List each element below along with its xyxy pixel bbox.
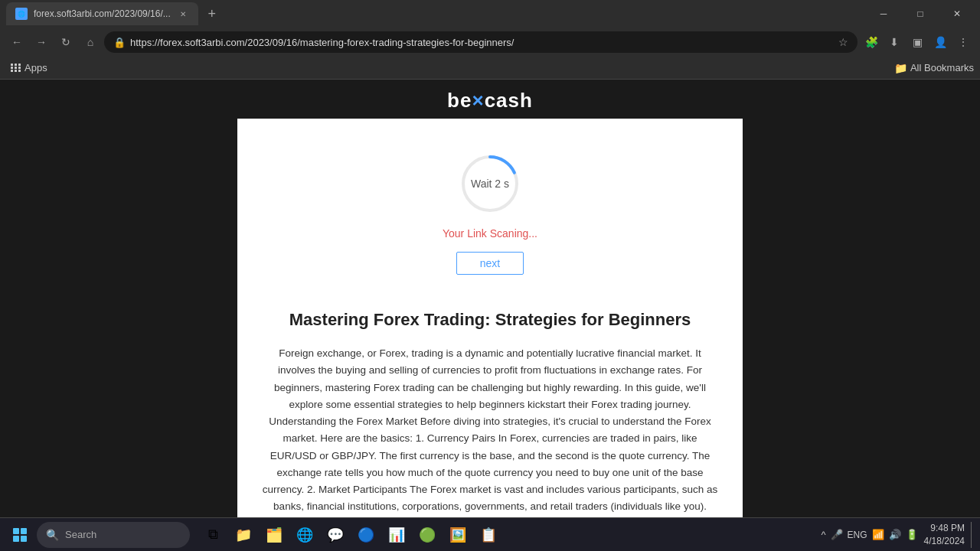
- clock-date: 4/18/2024: [924, 535, 965, 548]
- taskbar-clock[interactable]: 9:48 PM 4/18/2024: [924, 522, 965, 548]
- all-bookmarks-button[interactable]: 📁 All Bookmarks: [894, 62, 974, 74]
- taskbar-apps: ⧉ 📁 🗂️ 🌐 💬 🔵 📊 🟢 🖼️ 📋: [199, 521, 502, 549]
- extensions-icon[interactable]: 🧩: [861, 31, 882, 53]
- mic-icon[interactable]: 🎤: [831, 529, 843, 540]
- sidebar-icon[interactable]: ▣: [906, 31, 928, 53]
- home-button[interactable]: ⌂: [80, 31, 101, 53]
- search-icon: 🔍: [46, 529, 59, 541]
- article-title: Mastering Forex Trading: Strategies for …: [289, 310, 691, 330]
- logo-part2: cash: [485, 89, 533, 112]
- back-button[interactable]: ←: [6, 31, 28, 53]
- search-label: Search: [65, 529, 96, 540]
- taskbar-app10[interactable]: 📋: [475, 521, 502, 549]
- taskbar-app7[interactable]: 📊: [383, 521, 410, 549]
- taskbar-files[interactable]: 🗂️: [260, 521, 288, 549]
- forward-button[interactable]: →: [31, 31, 52, 53]
- system-icons: ^ 🎤 ENG 📶 🔊 🔋: [821, 529, 917, 540]
- volume-icon[interactable]: 🔊: [889, 529, 901, 540]
- scanning-text: Your Link Scaning...: [443, 227, 537, 240]
- apps-grid-icon: [11, 64, 21, 72]
- bookmark-star-icon[interactable]: ☆: [838, 36, 848, 48]
- address-bar-icons: ☆: [838, 36, 848, 48]
- maximize-button[interactable]: □: [903, 2, 937, 25]
- bookmarks-bar: Apps 📁 All Bookmarks: [0, 57, 980, 80]
- logo-part1: be: [447, 89, 472, 112]
- taskbar-app6[interactable]: 🔵: [352, 521, 380, 549]
- taskbar-app8[interactable]: 🟢: [413, 521, 441, 549]
- clock-time: 9:48 PM: [924, 522, 965, 535]
- taskbar-app9[interactable]: 🖼️: [444, 521, 472, 549]
- windows-icon: [13, 528, 27, 542]
- countdown-circle: Wait 2 s: [456, 149, 524, 218]
- next-button[interactable]: next: [456, 252, 524, 275]
- battery-icon[interactable]: 🔋: [906, 529, 918, 540]
- taskbar-teams[interactable]: 💬: [322, 521, 349, 549]
- countdown-container: Wait 2 s Your Link Scaning... next: [443, 149, 537, 298]
- profile-download-icon[interactable]: ⬇: [884, 31, 905, 53]
- taskbar-explorer[interactable]: 📁: [230, 521, 257, 549]
- taskbar-right: ^ 🎤 ENG 📶 🔊 🔋 9:48 PM 4/18/2024: [821, 522, 974, 548]
- apps-button[interactable]: Apps: [6, 60, 52, 75]
- logo-x: ×: [472, 89, 484, 112]
- tab-close-button[interactable]: ✕: [177, 8, 189, 20]
- reload-button[interactable]: ↻: [55, 31, 77, 53]
- site-logo: be×cash: [0, 89, 980, 112]
- language-indicator: ENG: [848, 530, 867, 540]
- taskbar-search[interactable]: 🔍 Search: [37, 522, 190, 548]
- taskbar: 🔍 Search ⧉ 📁 🗂️ 🌐 💬 🔵 📊 🟢 🖼️ 📋 ^ 🎤 ENG 📶…: [0, 517, 980, 551]
- site-header: be×cash: [0, 80, 980, 119]
- browser-toolbar-icons: 🧩 ⬇ ▣ 👤 ⋮: [861, 31, 974, 53]
- wifi-icon[interactable]: 📶: [872, 529, 884, 540]
- title-bar: 🌐 forex.soft3arbi.com/2023/09/16/... ✕ +…: [0, 0, 980, 28]
- address-bar-row: ← → ↻ ⌂ 🔒 https://forex.soft3arbi.com/20…: [0, 28, 980, 57]
- profile-icon[interactable]: 👤: [929, 31, 951, 53]
- browser-chrome: 🌐 forex.soft3arbi.com/2023/09/16/... ✕ +…: [0, 0, 980, 80]
- window-controls: ─ □ ✕: [867, 2, 974, 25]
- address-bar[interactable]: 🔒 https://forex.soft3arbi.com/2023/09/16…: [104, 31, 858, 53]
- start-button[interactable]: [6, 521, 34, 549]
- browser-tab[interactable]: 🌐 forex.soft3arbi.com/2023/09/16/... ✕: [6, 2, 198, 25]
- countdown-text: Wait 2 s: [471, 178, 509, 190]
- taskbar-task-view[interactable]: ⧉: [199, 521, 227, 549]
- close-button[interactable]: ✕: [940, 2, 974, 25]
- url-text: https://forex.soft3arbi.com/2023/09/16/m…: [130, 37, 834, 48]
- show-desktop-button[interactable]: [971, 522, 974, 548]
- apps-label: Apps: [24, 62, 47, 73]
- tab-title: forex.soft3arbi.com/2023/09/16/...: [34, 8, 171, 19]
- tab-favicon: 🌐: [15, 8, 28, 20]
- page-content: be×cash Wait 2 s Your Link Scaning... ne…: [0, 80, 980, 517]
- taskbar-edge[interactable]: 🌐: [291, 521, 318, 549]
- minimize-button[interactable]: ─: [867, 2, 900, 25]
- article-body: Foreign exchange, or Forex, trading is a…: [260, 345, 720, 517]
- bookmark-folder-icon: 📁: [894, 62, 907, 74]
- all-bookmarks-label: All Bookmarks: [910, 62, 974, 73]
- menu-icon[interactable]: ⋮: [952, 31, 974, 53]
- white-card: Wait 2 s Your Link Scaning... next Maste…: [237, 119, 743, 517]
- main-content-area: Wait 2 s Your Link Scaning... next Maste…: [0, 119, 980, 517]
- new-tab-button[interactable]: +: [201, 3, 223, 24]
- chevron-up-icon[interactable]: ^: [821, 529, 825, 540]
